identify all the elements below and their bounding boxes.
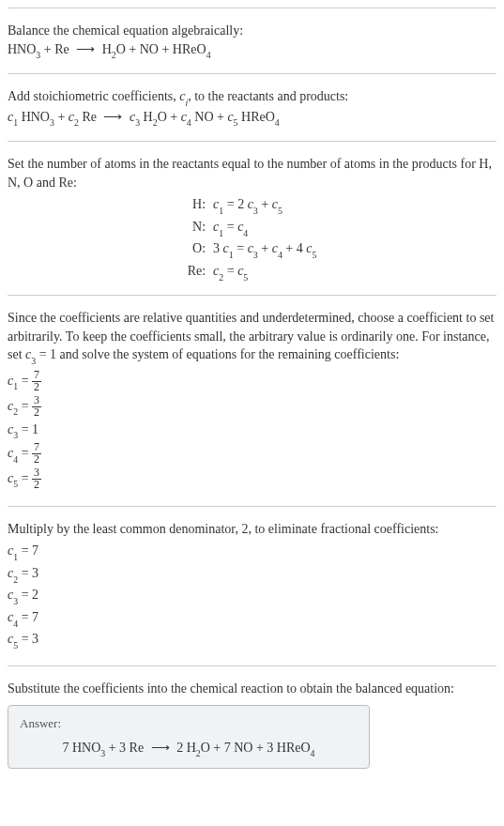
denominator: 2 <box>32 407 41 419</box>
subscript: 3 <box>13 596 18 606</box>
subscript: 2 <box>13 574 18 585</box>
text: 2 H <box>174 741 196 755</box>
text: Re <box>79 110 100 124</box>
subscript: 4 <box>13 454 18 465</box>
subscript: 5 <box>13 479 18 489</box>
subscript: 4 <box>243 228 248 238</box>
subscript: 1 <box>13 117 18 128</box>
subscript: 3 <box>31 356 36 366</box>
eq-text: HNO <box>8 42 36 56</box>
subscript: 2 <box>219 272 223 283</box>
eq-text: O + NO + HReO <box>116 42 206 56</box>
text: H <box>140 110 153 124</box>
coefficient-equation: c1 HNO3 + c2 Re ⟶ c3 H2O + c4 NO + c5 HR… <box>8 108 496 129</box>
text: + <box>258 241 272 255</box>
text: 3 <box>213 241 223 255</box>
coefficient-row: c1 = 7 <box>8 542 496 562</box>
text: = 1 and solve the system of equations fo… <box>36 347 399 361</box>
subscript: 1 <box>13 381 18 391</box>
var: c <box>248 197 253 211</box>
element-label: Re: <box>8 262 206 283</box>
instruction-text: Substitute the coefficients into the che… <box>8 680 496 698</box>
subscript: 3 <box>135 117 140 128</box>
subscript: 5 <box>243 272 248 283</box>
text: , to the reactants and products: <box>188 89 348 103</box>
coefficient-row: c3 = 2 <box>8 586 496 606</box>
text: = <box>223 220 237 234</box>
arrow-icon: ⟶ <box>103 108 122 127</box>
text: = 7 <box>18 610 38 624</box>
subscript: 4 <box>278 250 283 260</box>
section-answer: Substitute the coefficients into the che… <box>8 665 496 782</box>
instruction-text: Since the coefficients are relative quan… <box>8 309 496 366</box>
text: = <box>234 241 248 255</box>
text: = 1 <box>18 422 38 436</box>
balance-equation: c1 = 2 c3 + c5 <box>213 195 496 216</box>
text: HReO <box>238 110 275 124</box>
balance-equation: c1 = c4 <box>213 218 496 238</box>
subscript: 1 <box>13 552 18 562</box>
subscript: 2 <box>153 117 158 128</box>
coefficient-row: c2 = 3 <box>8 564 496 585</box>
subscript: 1 <box>219 228 223 238</box>
text: Add stoichiometric coefficients, <box>8 89 179 103</box>
subscript: 5 <box>13 640 18 650</box>
subscript: 3 <box>100 748 105 758</box>
subscript: i <box>185 98 188 108</box>
instruction-text: Add stoichiometric coefficients, ci, to … <box>8 87 496 108</box>
subscript: 4 <box>206 50 211 60</box>
coefficient-row: c2 = 32 <box>8 395 496 419</box>
subscript: 4 <box>187 117 191 128</box>
section-integers: Multiply by the least common denominator… <box>8 506 496 665</box>
var: c <box>181 110 187 124</box>
fraction: 72 <box>32 442 41 466</box>
balanced-equation: 7 HNO3 + 3 Re ⟶ 2 H2O + 7 NO + 3 HReO4 <box>20 739 358 759</box>
subscript: 4 <box>13 619 18 629</box>
var: c <box>223 241 229 255</box>
subscript: 3 <box>36 50 40 60</box>
text: = <box>18 398 32 412</box>
subscript: 1 <box>219 206 223 216</box>
coefficient-row: c4 = 7 <box>8 608 496 629</box>
coefficient-list: c1 = 72 c2 = 32 c3 = 1 c4 = 72 c5 = 32 <box>8 370 496 491</box>
text: = 7 <box>18 543 38 558</box>
coefficient-row: c3 = 1 <box>8 421 496 441</box>
section-stoichiometric: Add stoichiometric coefficients, ci, to … <box>8 73 496 141</box>
text: = <box>18 374 32 388</box>
subscript: 3 <box>50 117 54 128</box>
element-label: O: <box>8 239 206 260</box>
eq-text: H <box>99 42 112 56</box>
answer-label: Answer: <box>20 715 358 732</box>
answer-box: Answer: 7 HNO3 + 3 Re ⟶ 2 H2O + 7 NO + 3… <box>8 705 370 769</box>
text: = <box>223 264 237 278</box>
text: = 3 <box>18 566 38 580</box>
text: = <box>18 446 32 460</box>
text: O + <box>158 110 181 124</box>
arrow-icon: ⟶ <box>76 40 95 59</box>
instruction-text: Set the number of atoms in the reactants… <box>8 155 496 191</box>
subscript: 2 <box>13 406 18 417</box>
coefficient-list: c1 = 7 c2 = 3 c3 = 2 c4 = 7 c5 = 3 <box>8 542 496 650</box>
subscript: 2 <box>74 117 79 128</box>
var: c <box>227 110 233 124</box>
instruction-text: Multiply by the least common denominator… <box>8 520 496 539</box>
subscript: 3 <box>13 430 18 440</box>
fraction: 72 <box>32 370 41 393</box>
unbalanced-equation: HNO3 + Re ⟶ H2O + NO + HReO4 <box>8 40 496 61</box>
var: c <box>248 241 253 255</box>
coefficient-row: c5 = 32 <box>8 467 496 491</box>
problem-statement: Balance the chemical equation algebraica… <box>8 22 496 40</box>
fraction: 32 <box>32 395 41 419</box>
subscript: 4 <box>275 117 280 128</box>
text: 7 HNO <box>62 741 100 755</box>
coefficient-row: c1 = 72 <box>8 370 496 393</box>
text: + 3 Re <box>105 741 146 755</box>
text: + 4 <box>283 241 306 255</box>
subscript: 3 <box>253 206 258 216</box>
denominator: 2 <box>32 454 41 466</box>
balance-equation: c2 = c5 <box>213 262 496 283</box>
denominator: 2 <box>32 382 41 393</box>
subscript: 5 <box>278 206 283 216</box>
text: HNO <box>18 110 50 124</box>
text: NO + <box>191 110 228 124</box>
